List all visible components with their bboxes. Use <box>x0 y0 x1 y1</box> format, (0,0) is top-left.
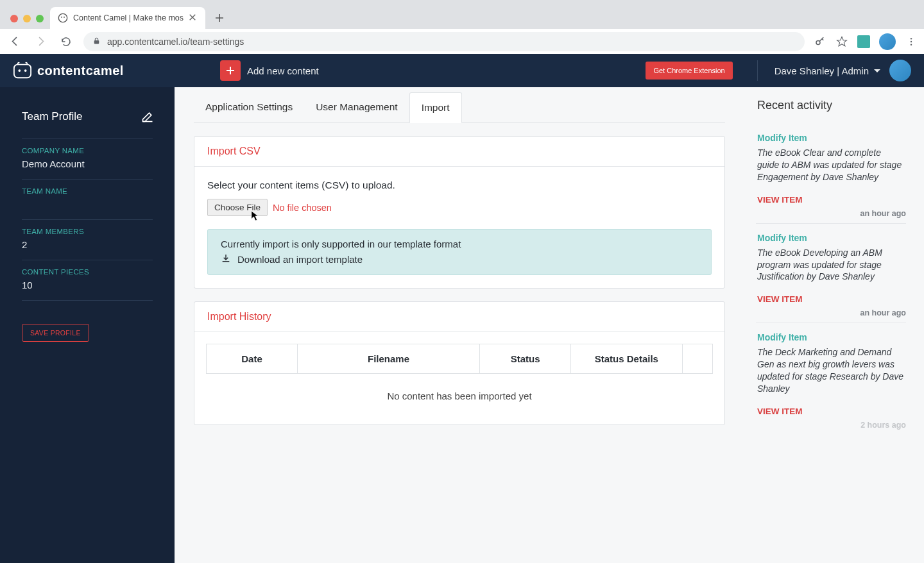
svg-point-0 <box>58 13 67 22</box>
choose-file-button[interactable]: Choose File <box>207 199 268 216</box>
tab-application-settings[interactable]: Application Settings <box>194 92 304 122</box>
activity-time: an hour ago <box>860 209 906 218</box>
svg-rect-8 <box>14 65 31 78</box>
window-controls <box>6 15 50 29</box>
add-content: Add new content <box>220 60 319 81</box>
activity-time: 2 hours ago <box>860 421 906 430</box>
profile-label: TEAM MEMBERS <box>22 228 153 235</box>
tab-strip: Content Camel | Make the mos <box>0 0 924 29</box>
user-avatar <box>889 60 911 81</box>
maximize-window-button[interactable] <box>36 15 44 22</box>
browser-avatar[interactable] <box>879 33 896 50</box>
card-body: Date Filename Status Status Details No c… <box>194 332 724 424</box>
profile-item-content: CONTENT PIECES 10 <box>22 260 153 301</box>
profile-value <box>22 199 153 210</box>
app-body: Team Profile COMPANY NAME Demo Account T… <box>0 87 924 563</box>
divider <box>757 60 758 81</box>
favicon-icon <box>58 13 68 23</box>
profile-item-team: TEAM NAME <box>22 180 153 220</box>
activity-item: Modify Item The Deck Marketing and Deman… <box>756 323 906 435</box>
url-field[interactable]: app.contentcamel.io/team-settings <box>83 32 805 51</box>
activity-title: Recent activity <box>757 99 906 112</box>
import-history-card: Import History Date Filename Status Stat… <box>194 301 725 425</box>
main-content: Application Settings User Management Imp… <box>175 87 744 563</box>
main: Application Settings User Management Imp… <box>175 87 924 563</box>
minimize-window-button[interactable] <box>23 15 31 22</box>
tab-import[interactable]: Import <box>409 92 462 123</box>
browser-chrome: Content Camel | Make the mos app.content… <box>0 0 924 54</box>
profile-label: TEAM NAME <box>22 187 153 195</box>
activity-body: The eBook Clear and complete guide to AB… <box>757 147 905 183</box>
instruction-text: Select your content items (CSV) to uploa… <box>207 180 712 191</box>
close-window-button[interactable] <box>10 15 18 22</box>
star-icon[interactable] <box>835 35 848 48</box>
user-menu[interactable]: Dave Shanley | Admin <box>774 60 911 81</box>
activity-item: Modify Item The eBook Developing an ABM … <box>756 224 906 324</box>
kebab-menu-icon[interactable] <box>905 35 918 48</box>
profile-item-company: COMPANY NAME Demo Account <box>22 139 153 180</box>
svg-point-4 <box>816 40 820 44</box>
add-content-label[interactable]: Add new content <box>247 65 319 76</box>
col-date: Date <box>207 344 298 374</box>
save-profile-button[interactable]: SAVE PROFILE <box>22 324 89 342</box>
chrome-extension-button[interactable]: Get Chrome Extension <box>646 62 732 80</box>
new-tab-button[interactable] <box>210 9 228 27</box>
activity-body: The eBook Developing an ABM program was … <box>757 247 905 283</box>
view-item-link[interactable]: VIEW ITEM <box>757 195 803 205</box>
sidebar: Team Profile COMPANY NAME Demo Account T… <box>0 87 175 563</box>
col-filename: Filename <box>298 344 480 374</box>
activity-list: Modify Item The eBook Clear and complete… <box>756 124 906 435</box>
forward-button[interactable] <box>32 33 49 50</box>
add-content-button[interactable] <box>220 60 241 81</box>
view-item-link[interactable]: VIEW ITEM <box>757 294 803 304</box>
svg-point-9 <box>18 69 21 72</box>
profile-value: 10 <box>22 280 153 291</box>
browser-tab[interactable]: Content Camel | Make the mos <box>50 7 205 29</box>
url-text: app.contentcamel.io/team-settings <box>107 37 244 47</box>
app-header: contentcamel Add new content Get Chrome … <box>0 54 924 87</box>
info-box: Currently import is only supported in ou… <box>207 229 712 275</box>
user-label: Dave Shanley | Admin <box>774 65 869 76</box>
no-file-text: No file chosen <box>273 203 332 213</box>
activity-type: Modify Item <box>757 332 905 342</box>
logo[interactable]: contentcamel <box>13 61 124 80</box>
download-template-link[interactable]: Download an import template <box>221 253 698 265</box>
back-button[interactable] <box>6 33 23 50</box>
key-icon[interactable] <box>814 35 826 48</box>
activity-item: Modify Item The eBook Clear and complete… <box>756 124 906 224</box>
svg-rect-3 <box>94 40 99 43</box>
tab-title: Content Camel | Make the mos <box>73 13 184 22</box>
profile-value: 2 <box>22 239 153 251</box>
table-header-row: Date Filename Status Status Details <box>207 344 713 374</box>
sidebar-header: Team Profile <box>0 99 175 135</box>
svg-point-7 <box>911 44 912 45</box>
lock-icon <box>92 37 101 47</box>
tabs: Application Settings User Management Imp… <box>194 92 725 123</box>
col-blank <box>682 344 712 374</box>
download-icon <box>221 253 231 265</box>
reload-button[interactable] <box>58 33 74 50</box>
profile-list: COMPANY NAME Demo Account TEAM NAME TEAM… <box>22 139 153 301</box>
card-title: Import CSV <box>194 137 724 167</box>
profile-value: Demo Account <box>22 158 153 170</box>
svg-point-5 <box>911 38 912 39</box>
col-status: Status <box>480 344 571 374</box>
view-item-link[interactable]: VIEW ITEM <box>757 407 803 416</box>
download-label: Download an import template <box>237 254 363 265</box>
address-bar: app.contentcamel.io/team-settings <box>0 29 924 54</box>
col-status-details: Status Details <box>571 344 683 374</box>
activity-body: The Deck Marketing and Demand Gen as nex… <box>757 346 905 395</box>
svg-point-6 <box>911 40 912 42</box>
edit-profile-button[interactable] <box>139 108 157 126</box>
activity-time: an hour ago <box>860 308 906 317</box>
profile-label: CONTENT PIECES <box>22 268 153 276</box>
extension-icon[interactable] <box>857 35 870 48</box>
activity-type: Modify Item <box>757 133 905 143</box>
browser-right-icons <box>814 33 918 50</box>
logo-text: contentcamel <box>37 63 124 78</box>
tab-close-icon[interactable] <box>189 13 198 22</box>
file-input-row: Choose File No file chosen <box>207 199 712 216</box>
tab-user-management[interactable]: User Management <box>304 92 409 122</box>
sidebar-title: Team Profile <box>22 110 82 123</box>
profile-label: COMPANY NAME <box>22 147 153 155</box>
